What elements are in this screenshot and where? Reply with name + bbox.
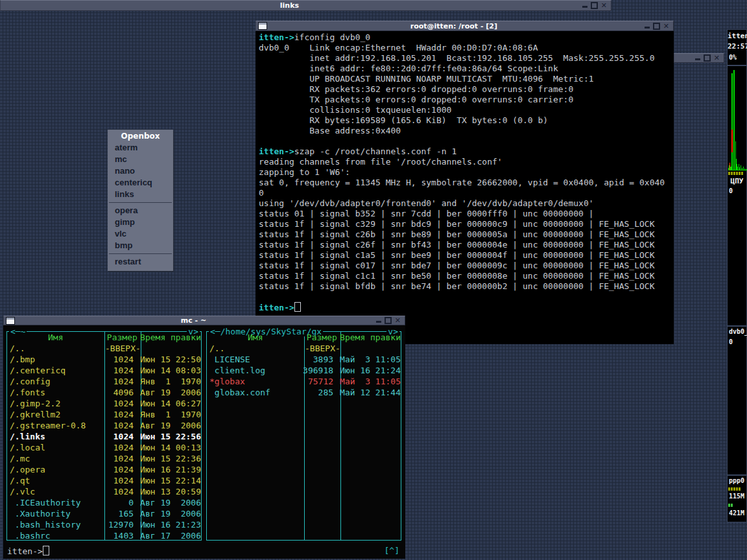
mc-file-row[interactable]: /.gkrellm21024Янв 1 1970 [7,409,201,420]
file-size: 1024 [101,442,136,453]
file-mtime: Янв 1 1970 [136,409,201,420]
text-cursor [294,302,301,312]
menu-item-mc[interactable]: mc [108,154,173,165]
mc-file-row[interactable]: globax.conf285Май 12 21:44 [207,387,401,398]
menu-separator [109,253,172,254]
file-name: /.gstreamer-0.8 [7,420,101,431]
mc-file-row[interactable]: /.links1024Июн 15 22:56 [7,431,201,442]
mc-file-row[interactable]: /.vlc1024Июн 13 20:59 [7,486,201,497]
cpu-krell-slider[interactable] [728,172,743,175]
mc-file-row[interactable]: .Xauthority165Авг 19 2006 [7,508,201,519]
mc-column-header[interactable]: Время правки [340,332,401,343]
file-name: /.gkrellm2 [7,409,101,420]
minimize-icon[interactable] [645,27,650,29]
mc-column-header[interactable]: Имя [207,332,304,343]
gkrellm-monitor: itten 22:57 0% ЦПУ 0 dvb0_ 0 ppp0 115M [727,29,747,522]
file-mtime: Июн 14 00:13 [136,442,201,453]
tx-krell-slider[interactable] [728,504,733,507]
text-cursor [43,546,49,555]
menu-item-opera[interactable]: opera [108,205,173,216]
file-size: 75712 [300,376,335,387]
maximize-icon[interactable] [591,2,598,9]
mc-file-row[interactable]: /.opera1024Июн 16 21:39 [7,464,201,475]
terminal-line: status 1f | signal c26b | snr be89 | ber… [259,229,674,240]
mc-column-header[interactable]: Размер [304,332,340,343]
mc-file-row[interactable]: .bashrc1403Авг 17 2006 [7,530,201,541]
mc-file-row[interactable]: /.config1024Янв 1 1970 [7,376,201,387]
terminal-line: status 1f | signal c329 | snr bdc9 | ber… [259,219,674,229]
cpu-usage-chart[interactable] [728,67,747,170]
minimize-icon[interactable] [376,321,381,323]
mc-file-row[interactable]: /.fonts4096Авг 19 2006 [7,387,201,398]
menu-item-nano[interactable]: nano [108,165,173,177]
mc-file-row[interactable]: /.gimp-2.21024Июн 14 06:27 [7,398,201,409]
dvb-interface-label-2: 0 [728,338,746,345]
mc-column-header[interactable]: Размер [104,332,140,343]
mc-file-row[interactable]: /.centericq1024Июн 14 08:03 [7,365,201,376]
clock-value[interactable]: 22:57 [728,42,746,51]
mc-file-row[interactable]: /.qt1024Июн 15 22:14 [7,475,201,486]
terminal-line-text: status 1f | signal c1c1 | snr be50 | ber… [259,271,654,281]
mc-file-row[interactable]: /.local1024Июн 14 00:13 [7,442,201,453]
mc-titlebar[interactable]: mc - ~ ✕ [3,316,405,325]
mc-column-header[interactable]: Время правки [140,332,201,343]
menu-item-vlc[interactable]: vlc [108,228,173,240]
section-divider [728,474,746,476]
terminal-line-text: status 1f | signal c017 | snr bde7 | ber… [259,261,654,270]
mc-file-row[interactable]: *globax75712Май 3 11:05 [207,376,401,387]
partial-window-titlebar[interactable]: ✕ [674,53,724,63]
file-size: 3893 [300,354,335,365]
terminal-title: root@itten: /root - [2] [267,22,641,30]
terminal-titlebar[interactable]: root@itten: /root - [2] ✕ [255,21,674,31]
maximize-icon[interactable] [704,54,711,62]
links-window-titlebar[interactable]: links ✕ [0,0,611,11]
menu-item-gimp[interactable]: gimp [108,216,173,228]
mc-file-row[interactable]: /.gstreamer-0.81024Авг 19 2006 [7,420,201,431]
mc-file-row[interactable]: /..-ВВЕРХ- [207,343,401,354]
maximize-icon[interactable] [385,317,392,324]
menu-item-aterm[interactable]: aterm [108,142,173,154]
terminal-output[interactable]: itten->ifconfig dvb0_0dvb0_0 Link encap:… [255,31,674,344]
rx-krell-slider[interactable] [728,487,741,491]
mc-file-row[interactable]: .bash_history12970Июн 16 21:23 [7,519,201,530]
close-icon[interactable]: ✕ [714,54,720,62]
mc-window: mc - ~ ✕ <─~ v> ИмяРазмерВремя правки/..… [3,316,405,559]
menu-separator [109,202,172,203]
mc-history-button[interactable]: [^] [385,546,399,555]
file-name: /.config [7,376,101,387]
window-menu-icon[interactable] [6,317,15,325]
file-size: 1024 [101,420,136,431]
file-name: /.gimp-2.2 [7,398,101,409]
close-icon[interactable]: ✕ [601,2,607,9]
terminal-line: dvb0_0 Link encap:Ethernet HWaddr 00:D0:… [259,43,674,53]
menu-item-links[interactable]: links [108,189,173,200]
mc-command-line[interactable]: itten-> [7,546,49,556]
file-mtime: Янв 1 1970 [136,376,201,387]
menu-item-bmp[interactable]: bmp [108,240,173,251]
file-name: /.mc [7,453,101,464]
mc-prompt: itten-> [7,546,43,556]
menu-item-centericq[interactable]: centericq [108,177,173,189]
hostname-label[interactable]: itten [728,32,746,40]
mc-file-row[interactable]: LICENSE3893Май 3 11:05 [207,354,401,365]
maximize-icon[interactable] [653,23,660,30]
window-menu-icon[interactable] [258,22,267,30]
terminal-line [259,136,674,146]
terminal-line: 0 [259,188,674,198]
mc-right-panel[interactable]: <─/home/sys/SkyStar/gx v> ИмяРазмерВремя… [206,331,401,541]
mc-file-row[interactable]: /..-ВВЕРХ- [7,343,201,354]
minimize-icon[interactable] [695,58,700,60]
menu-item-restart[interactable]: restart [108,256,173,268]
minimize-icon[interactable] [582,6,587,8]
mc-file-row[interactable]: client.log396918Июн 16 21:24 [207,365,401,376]
close-icon[interactable]: ✕ [395,317,401,324]
mc-column-header[interactable]: Имя [7,332,104,343]
terminal-line: itten-> [259,302,674,312]
terminal-window: root@itten: /root - [2] ✕ itten->ifconfi… [255,21,674,344]
terminal-line-text: reading channels from file '/root/channe… [259,157,503,167]
mc-file-row[interactable]: .ICEauthority0Авг 19 2006 [7,497,201,508]
close-icon[interactable]: ✕ [663,23,669,30]
mc-file-row[interactable]: /.bmp1024Июн 15 22:50 [7,354,201,365]
mc-left-panel[interactable]: <─~ v> ИмяРазмерВремя правки/..-ВВЕРХ-/.… [6,331,202,541]
mc-file-row[interactable]: /.mc1024Июн 15 22:36 [7,453,201,464]
